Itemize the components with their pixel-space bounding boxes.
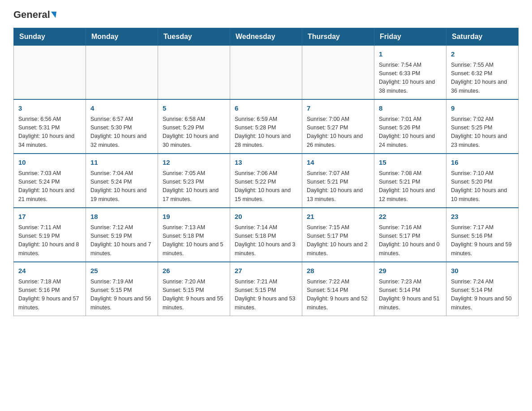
- day-number: 29: [379, 266, 442, 276]
- calendar-cell: 9Sunrise: 7:02 AM Sunset: 5:25 PM Daylig…: [446, 99, 519, 154]
- day-of-week-header: Tuesday: [158, 28, 230, 46]
- logo-text: General: [13, 9, 56, 21]
- calendar-cell: 2Sunrise: 7:55 AM Sunset: 6:32 PM Daylig…: [446, 46, 519, 100]
- day-number: 5: [163, 103, 225, 114]
- day-sun-info: Sunrise: 7:01 AM Sunset: 5:26 PM Dayligh…: [379, 115, 442, 150]
- calendar-cell: 13Sunrise: 7:06 AM Sunset: 5:22 PM Dayli…: [230, 154, 302, 208]
- day-sun-info: Sunrise: 7:19 AM Sunset: 5:15 PM Dayligh…: [90, 278, 153, 313]
- calendar-cell: 4Sunrise: 6:57 AM Sunset: 5:30 PM Daylig…: [86, 99, 158, 154]
- day-number: 3: [18, 103, 81, 114]
- day-sun-info: Sunrise: 6:57 AM Sunset: 5:30 PM Dayligh…: [90, 115, 153, 150]
- day-of-week-header: Sunday: [14, 28, 86, 46]
- page-header: General: [13, 9, 519, 19]
- day-number: 27: [235, 266, 297, 276]
- day-number: 23: [451, 212, 514, 222]
- calendar-cell: 24Sunrise: 7:18 AM Sunset: 5:16 PM Dayli…: [14, 262, 86, 316]
- day-sun-info: Sunrise: 7:13 AM Sunset: 5:18 PM Dayligh…: [163, 223, 225, 258]
- logo: General: [13, 9, 56, 19]
- day-sun-info: Sunrise: 7:18 AM Sunset: 5:16 PM Dayligh…: [18, 278, 81, 313]
- day-number: 21: [307, 212, 369, 222]
- day-of-week-header: Friday: [374, 28, 446, 46]
- day-number: 30: [451, 266, 514, 276]
- day-sun-info: Sunrise: 7:55 AM Sunset: 6:32 PM Dayligh…: [451, 61, 514, 96]
- day-number: 26: [163, 266, 225, 276]
- day-number: 19: [163, 212, 225, 222]
- day-sun-info: Sunrise: 6:59 AM Sunset: 5:28 PM Dayligh…: [235, 115, 297, 150]
- calendar-cell: 23Sunrise: 7:17 AM Sunset: 5:16 PM Dayli…: [446, 208, 519, 262]
- calendar-cell: 28Sunrise: 7:22 AM Sunset: 5:14 PM Dayli…: [302, 262, 374, 316]
- day-number: 13: [235, 158, 297, 168]
- day-sun-info: Sunrise: 7:05 AM Sunset: 5:23 PM Dayligh…: [163, 169, 225, 204]
- day-sun-info: Sunrise: 6:56 AM Sunset: 5:31 PM Dayligh…: [18, 115, 81, 150]
- day-number: 10: [18, 158, 81, 168]
- day-sun-info: Sunrise: 7:17 AM Sunset: 5:16 PM Dayligh…: [451, 223, 514, 258]
- day-of-week-header: Thursday: [302, 28, 374, 46]
- day-sun-info: Sunrise: 7:21 AM Sunset: 5:15 PM Dayligh…: [235, 278, 297, 313]
- calendar-cell: 21Sunrise: 7:15 AM Sunset: 5:17 PM Dayli…: [302, 208, 374, 262]
- day-number: 1: [379, 49, 442, 60]
- calendar-cell: 5Sunrise: 6:58 AM Sunset: 5:29 PM Daylig…: [158, 99, 230, 154]
- day-of-week-header: Saturday: [446, 28, 519, 46]
- calendar-cell: 10Sunrise: 7:03 AM Sunset: 5:24 PM Dayli…: [14, 154, 86, 208]
- calendar-week-row: 17Sunrise: 7:11 AM Sunset: 5:19 PM Dayli…: [14, 208, 519, 262]
- day-number: 8: [379, 103, 442, 114]
- day-number: 2: [451, 49, 514, 60]
- calendar-cell: 30Sunrise: 7:24 AM Sunset: 5:14 PM Dayli…: [446, 262, 519, 316]
- calendar-cell: 18Sunrise: 7:12 AM Sunset: 5:19 PM Dayli…: [86, 208, 158, 262]
- day-sun-info: Sunrise: 7:24 AM Sunset: 5:14 PM Dayligh…: [451, 278, 514, 313]
- day-sun-info: Sunrise: 7:23 AM Sunset: 5:14 PM Dayligh…: [379, 278, 442, 313]
- calendar-week-row: 10Sunrise: 7:03 AM Sunset: 5:24 PM Dayli…: [14, 154, 519, 208]
- calendar-cell: 7Sunrise: 7:00 AM Sunset: 5:27 PM Daylig…: [302, 99, 374, 154]
- day-sun-info: Sunrise: 7:06 AM Sunset: 5:22 PM Dayligh…: [235, 169, 297, 204]
- day-sun-info: Sunrise: 7:02 AM Sunset: 5:25 PM Dayligh…: [451, 115, 514, 150]
- day-sun-info: Sunrise: 7:12 AM Sunset: 5:19 PM Dayligh…: [90, 223, 153, 258]
- day-number: 14: [307, 158, 369, 168]
- day-sun-info: Sunrise: 7:10 AM Sunset: 5:20 PM Dayligh…: [451, 169, 514, 204]
- calendar-cell: [158, 46, 230, 100]
- day-number: 4: [90, 103, 153, 114]
- day-number: 16: [451, 158, 514, 168]
- calendar-cell: 11Sunrise: 7:04 AM Sunset: 5:24 PM Dayli…: [86, 154, 158, 208]
- calendar-cell: 3Sunrise: 6:56 AM Sunset: 5:31 PM Daylig…: [14, 99, 86, 154]
- calendar-cell: [14, 46, 86, 100]
- calendar-cell: 15Sunrise: 7:08 AM Sunset: 5:21 PM Dayli…: [374, 154, 446, 208]
- calendar-cell: 14Sunrise: 7:07 AM Sunset: 5:21 PM Dayli…: [302, 154, 374, 208]
- calendar-cell: 22Sunrise: 7:16 AM Sunset: 5:17 PM Dayli…: [374, 208, 446, 262]
- calendar-cell: 16Sunrise: 7:10 AM Sunset: 5:20 PM Dayli…: [446, 154, 519, 208]
- day-number: 9: [451, 103, 514, 114]
- day-number: 7: [307, 103, 369, 114]
- day-number: 12: [163, 158, 225, 168]
- day-sun-info: Sunrise: 6:58 AM Sunset: 5:29 PM Dayligh…: [163, 115, 225, 150]
- day-sun-info: Sunrise: 7:11 AM Sunset: 5:19 PM Dayligh…: [18, 223, 81, 258]
- day-number: 25: [90, 266, 153, 276]
- day-number: 24: [18, 266, 81, 276]
- calendar-cell: 19Sunrise: 7:13 AM Sunset: 5:18 PM Dayli…: [158, 208, 230, 262]
- calendar-cell: 1Sunrise: 7:54 AM Sunset: 6:33 PM Daylig…: [374, 46, 446, 100]
- calendar-week-row: 1Sunrise: 7:54 AM Sunset: 6:33 PM Daylig…: [14, 46, 519, 100]
- day-number: 15: [379, 158, 442, 168]
- day-number: 20: [235, 212, 297, 222]
- day-sun-info: Sunrise: 7:16 AM Sunset: 5:17 PM Dayligh…: [379, 223, 442, 258]
- day-of-week-header: Monday: [86, 28, 158, 46]
- day-sun-info: Sunrise: 7:03 AM Sunset: 5:24 PM Dayligh…: [18, 169, 81, 204]
- day-sun-info: Sunrise: 7:04 AM Sunset: 5:24 PM Dayligh…: [90, 169, 153, 204]
- day-sun-info: Sunrise: 7:00 AM Sunset: 5:27 PM Dayligh…: [307, 115, 369, 150]
- calendar-cell: 6Sunrise: 6:59 AM Sunset: 5:28 PM Daylig…: [230, 99, 302, 154]
- calendar-cell: 25Sunrise: 7:19 AM Sunset: 5:15 PM Dayli…: [86, 262, 158, 316]
- calendar-cell: 27Sunrise: 7:21 AM Sunset: 5:15 PM Dayli…: [230, 262, 302, 316]
- day-number: 28: [307, 266, 369, 276]
- day-sun-info: Sunrise: 7:14 AM Sunset: 5:18 PM Dayligh…: [235, 223, 297, 258]
- calendar-cell: [302, 46, 374, 100]
- calendar-cell: [86, 46, 158, 100]
- calendar-header-row: SundayMondayTuesdayWednesdayThursdayFrid…: [14, 28, 519, 46]
- day-sun-info: Sunrise: 7:08 AM Sunset: 5:21 PM Dayligh…: [379, 169, 442, 204]
- calendar-cell: 20Sunrise: 7:14 AM Sunset: 5:18 PM Dayli…: [230, 208, 302, 262]
- day-number: 6: [235, 103, 297, 114]
- day-of-week-header: Wednesday: [230, 28, 302, 46]
- calendar-table: SundayMondayTuesdayWednesdayThursdayFrid…: [13, 28, 519, 316]
- day-number: 11: [90, 158, 153, 168]
- day-sun-info: Sunrise: 7:54 AM Sunset: 6:33 PM Dayligh…: [379, 61, 442, 96]
- day-sun-info: Sunrise: 7:22 AM Sunset: 5:14 PM Dayligh…: [307, 278, 369, 313]
- day-sun-info: Sunrise: 7:07 AM Sunset: 5:21 PM Dayligh…: [307, 169, 369, 204]
- day-number: 17: [18, 212, 81, 222]
